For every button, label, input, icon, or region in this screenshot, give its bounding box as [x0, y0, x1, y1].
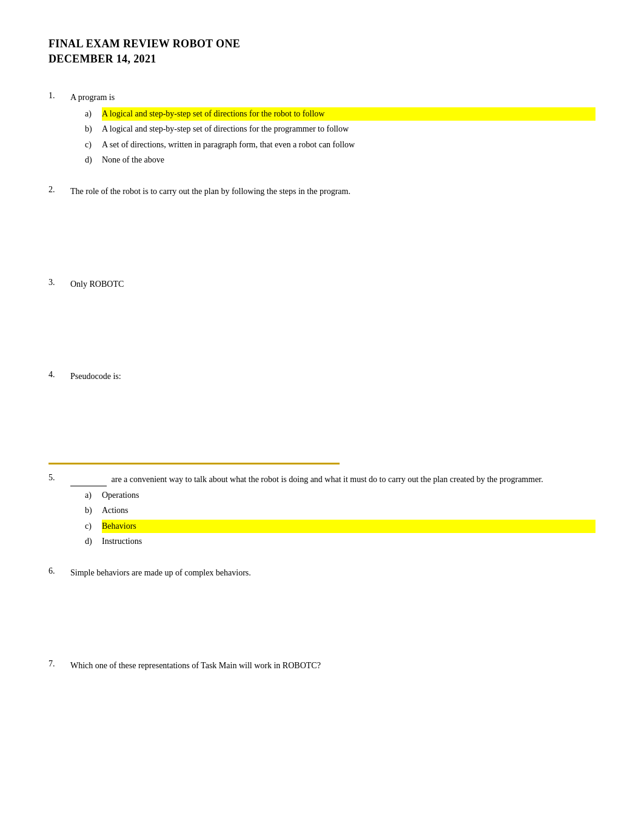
list-item: d) None of the above	[85, 153, 595, 167]
question-2-number: 2.	[49, 185, 70, 195]
list-item: c) Behaviors	[85, 520, 595, 533]
option-text: Instructions	[102, 535, 595, 548]
spacer-q3-q4	[49, 309, 595, 370]
question-5-options: a) Operations b) Actions c) Behaviors d)…	[85, 489, 595, 549]
question-7-row: 7. Which one of these representations of…	[49, 659, 595, 672]
question-1-number: 1.	[49, 91, 70, 101]
option-letter: c)	[85, 520, 102, 533]
option-letter: a)	[85, 107, 102, 121]
question-1-text: A program is	[70, 91, 595, 104]
question-5-number: 5.	[49, 473, 70, 483]
question-4-number: 4.	[49, 370, 70, 380]
decorative-line	[49, 463, 340, 464]
list-item: a) A logical and step-by-step set of dir…	[85, 107, 595, 121]
spacer-q2-q3	[49, 217, 595, 278]
question-5: 5. are a convenient way to talk about wh…	[49, 473, 595, 549]
option-text: A logical and step-by-step set of direct…	[102, 107, 595, 121]
title-line2: DECEMBER 14, 2021	[49, 52, 595, 67]
question-1-row: 1. A program is	[49, 91, 595, 104]
question-2-row: 2. The role of the robot is to carry out…	[49, 185, 595, 198]
question-4: 4. Pseudocode is:	[49, 370, 595, 383]
question-1: 1. A program is a) A logical and step-by…	[49, 91, 595, 167]
question-3-row: 3. Only ROBOTC	[49, 278, 595, 291]
question-5-row: 5. are a convenient way to talk about wh…	[49, 473, 595, 486]
question-6-row: 6. Simple behaviors are made up of compl…	[49, 566, 595, 580]
question-3-number: 3.	[49, 278, 70, 287]
option-text: A set of directions, written in paragrap…	[102, 138, 595, 152]
question-1-options: a) A logical and step-by-step set of dir…	[85, 107, 595, 167]
question-6-text: Simple behaviors are made up of complex …	[70, 566, 595, 580]
question-6-number: 6.	[49, 566, 70, 576]
option-text: None of the above	[102, 153, 595, 167]
option-text: Actions	[102, 504, 595, 517]
questions-container: 1. A program is a) A logical and step-by…	[49, 91, 595, 672]
question-3-text: Only ROBOTC	[70, 278, 595, 291]
option-text: A logical and step-by-step set of direct…	[102, 122, 595, 136]
question-7-number: 7.	[49, 659, 70, 669]
option-letter: c)	[85, 138, 102, 152]
question-6: 6. Simple behaviors are made up of compl…	[49, 566, 595, 580]
list-item: d) Instructions	[85, 535, 595, 548]
list-item: b) A logical and step-by-step set of dir…	[85, 122, 595, 136]
question-3: 3. Only ROBOTC	[49, 278, 595, 291]
page: FINAL EXAM REVIEW ROBOT ONE DECEMBER 14,…	[0, 0, 644, 727]
option-letter: b)	[85, 504, 102, 517]
option-letter: a)	[85, 489, 102, 502]
question-5-rest: are a convenient way to talk about what …	[109, 475, 543, 484]
option-letter: d)	[85, 153, 102, 167]
option-text: Operations	[102, 489, 595, 502]
question-7-text: Which one of these representations of Ta…	[70, 659, 595, 672]
question-5-text: are a convenient way to talk about what …	[70, 473, 595, 486]
title-block: FINAL EXAM REVIEW ROBOT ONE DECEMBER 14,…	[49, 36, 595, 67]
question-2: 2. The role of the robot is to carry out…	[49, 185, 595, 198]
question-4-row: 4. Pseudocode is:	[49, 370, 595, 383]
list-item: a) Operations	[85, 489, 595, 502]
blank-underline	[70, 486, 107, 486]
question-7: 7. Which one of these representations of…	[49, 659, 595, 672]
option-letter: d)	[85, 535, 102, 548]
option-text: Behaviors	[102, 520, 595, 533]
spacer-q4-q5	[49, 402, 595, 463]
question-4-text: Pseudocode is:	[70, 370, 595, 383]
list-item: c) A set of directions, written in parag…	[85, 138, 595, 152]
list-item: b) Actions	[85, 504, 595, 517]
title-line1: FINAL EXAM REVIEW ROBOT ONE	[49, 36, 595, 52]
question-2-text: The role of the robot is to carry out th…	[70, 185, 595, 198]
spacer-q6-q7	[49, 599, 595, 659]
option-letter: b)	[85, 122, 102, 136]
